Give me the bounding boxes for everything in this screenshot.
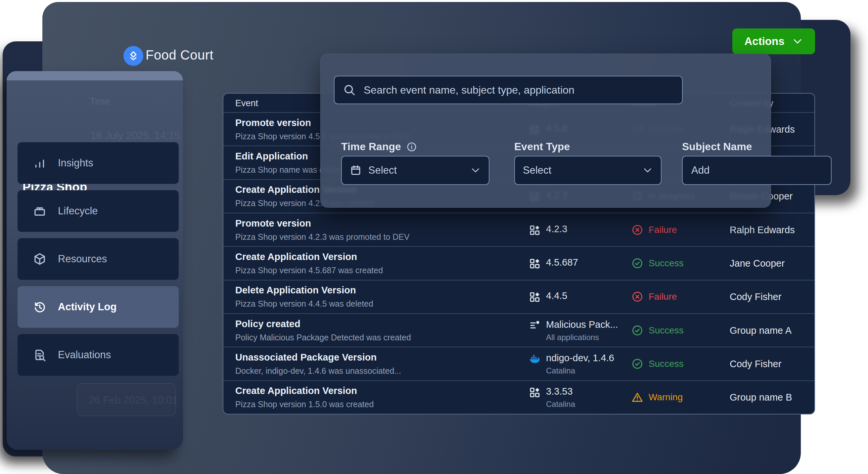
created-by-cell: Ralph Edwards	[730, 224, 795, 235]
event-title: Create Application Version	[235, 251, 383, 262]
event-title: Delete Application Version	[235, 285, 373, 296]
subject-subtext: Catalina	[546, 400, 575, 409]
status-label: Success	[649, 325, 684, 336]
time-range-select-value: Select	[368, 164, 464, 176]
subject-text: 4.2.3	[546, 224, 567, 234]
sidebar-item-lifecycle[interactable]: Lifecycle	[18, 190, 179, 232]
created-by-cell: Cody Fisher	[730, 358, 781, 369]
version-icon	[529, 387, 541, 399]
subject-text: ndigo-dev, 1.4.6	[546, 352, 614, 363]
created-by-cell: Group name B	[730, 392, 792, 403]
time-range-label: Time Range	[341, 140, 417, 153]
event-type-label-text: Event Type	[514, 140, 570, 153]
layers-icon	[127, 50, 140, 62]
event-type-select[interactable]: Select	[514, 156, 661, 185]
event-description: Pizza Shop version 4.4.5 was deleted	[235, 299, 373, 309]
event-description: Docker, indigo-dev, 1.4.6 was unassociat…	[235, 366, 401, 376]
policy-icon	[529, 319, 541, 331]
status-failure-icon	[631, 224, 643, 236]
sidebar-item-label: Insights	[58, 157, 93, 169]
time-range-label-text: Time Range	[341, 140, 401, 153]
search-box	[334, 76, 683, 104]
sidebar-item-label: Resources	[58, 253, 107, 265]
sidebar-item-label: Lifecycle	[58, 205, 98, 217]
created-by-cell: Cody Fisher	[730, 291, 781, 302]
event-cell: Create Application VersionPizza Shop ver…	[235, 251, 383, 275]
info-icon[interactable]	[406, 141, 417, 152]
status-label: Success	[649, 358, 684, 369]
status-cell: Warning	[631, 391, 683, 403]
package-icon	[33, 252, 46, 266]
status-label: Failure	[649, 291, 677, 302]
sidebar-item-activity-log[interactable]: Activity Log	[18, 286, 179, 328]
table-row[interactable]: Create Application VersionPizza Shop ver…	[223, 247, 814, 280]
subject-cell: 3.3.53Catalina	[529, 386, 575, 409]
event-title: Create Application Version	[235, 385, 374, 396]
actions-button[interactable]: Actions	[732, 28, 815, 54]
chevron-down-icon	[470, 165, 481, 176]
subject-name-input[interactable]	[691, 164, 823, 177]
status-label: Warning	[649, 392, 683, 403]
history-icon	[33, 300, 46, 314]
sidebar-top-band	[7, 71, 183, 81]
table-row[interactable]: Unassociated Package VersionDocker, indi…	[223, 347, 814, 381]
subject-text: 3.3.53	[546, 386, 575, 397]
chevron-down-icon	[642, 165, 653, 176]
subject-cell: ndigo-dev, 1.4.6Catalina	[529, 352, 614, 375]
app-logo	[123, 46, 143, 66]
subject-cell: 4.4.5	[529, 290, 567, 303]
subject-name-label: Subject Name	[682, 140, 752, 153]
brick-icon	[33, 204, 46, 218]
subject-cell: Malicious Pack...All applications	[529, 319, 618, 342]
docker-icon	[529, 353, 541, 365]
event-cell: Unassociated Package VersionDocker, indi…	[235, 352, 401, 376]
status-cell: Success	[631, 257, 684, 269]
event-description: Pizza Shop version 4.2.3 was promoted to…	[235, 232, 410, 242]
sidebar-item-insights[interactable]: Insights	[18, 142, 179, 184]
version-icon	[529, 224, 541, 236]
event-cell: Create Application VersionPizza Shop ver…	[235, 385, 374, 409]
table-row[interactable]: Policy createdPolicy Malicious Package D…	[223, 314, 814, 347]
filter-overlay-panel: Time Range Event Type Subject Name Selec…	[320, 54, 771, 208]
event-cell: Promote versionPizza Shop version 4.2.3 …	[235, 218, 410, 242]
event-type-label: Event Type	[514, 140, 570, 153]
status-success-icon	[631, 358, 643, 370]
status-label: Success	[649, 258, 684, 268]
sidebar-item-label: Activity Log	[58, 301, 117, 313]
event-description: Pizza Shop version 4.5.687 was created	[235, 265, 383, 275]
status-cell: Success	[631, 358, 684, 370]
time-range-select[interactable]: Select	[341, 156, 489, 185]
event-title: Unassociated Package Version	[235, 352, 401, 363]
event-title: Policy created	[235, 319, 411, 329]
ghost-timestamp-card	[77, 383, 176, 416]
ghost-timestamp-top: 16 July 2025, 14:15	[91, 130, 180, 141]
created-by-cell: Jane Cooper	[730, 258, 785, 268]
table-row[interactable]: Create Application VersionPizza Shop ver…	[223, 381, 814, 414]
status-success-icon	[631, 324, 643, 337]
chevron-down-icon	[792, 36, 803, 47]
table-row[interactable]: Promote versionPizza Shop version 4.2.3 …	[223, 213, 814, 247]
sidebar: Application Name Pizza Shop InsightsLife…	[7, 71, 183, 450]
table-row[interactable]: Delete Application VersionPizza Shop ver…	[223, 281, 814, 314]
subject-cell: 4.2.3	[529, 224, 567, 236]
search-icon	[343, 84, 356, 96]
event-description: Pizza Shop version 1.5.0 was created	[235, 400, 374, 409]
version-icon	[529, 291, 541, 303]
status-cell: Failure	[631, 224, 677, 236]
status-failure-icon	[631, 291, 643, 303]
version-icon	[529, 258, 541, 270]
sidebar-item-evaluations[interactable]: Evaluations	[18, 334, 179, 376]
status-cell: Success	[631, 324, 684, 337]
sidebar-item-resources[interactable]: Resources	[18, 238, 179, 280]
doc-search-icon	[33, 348, 46, 362]
ghost-time-column-label: Time	[90, 97, 110, 107]
calendar-icon	[350, 164, 362, 176]
sidebar-item-label: Evaluations	[58, 349, 111, 361]
status-label: Failure	[649, 225, 677, 235]
bar-chart-icon	[33, 156, 46, 170]
search-input[interactable]	[363, 84, 674, 97]
event-title: Promote version	[235, 218, 410, 229]
status-success-icon	[631, 257, 643, 269]
screenshot-canvas: Food Court Actions Event Subject Status …	[0, 0, 868, 474]
subject-name-label-text: Subject Name	[682, 140, 752, 153]
